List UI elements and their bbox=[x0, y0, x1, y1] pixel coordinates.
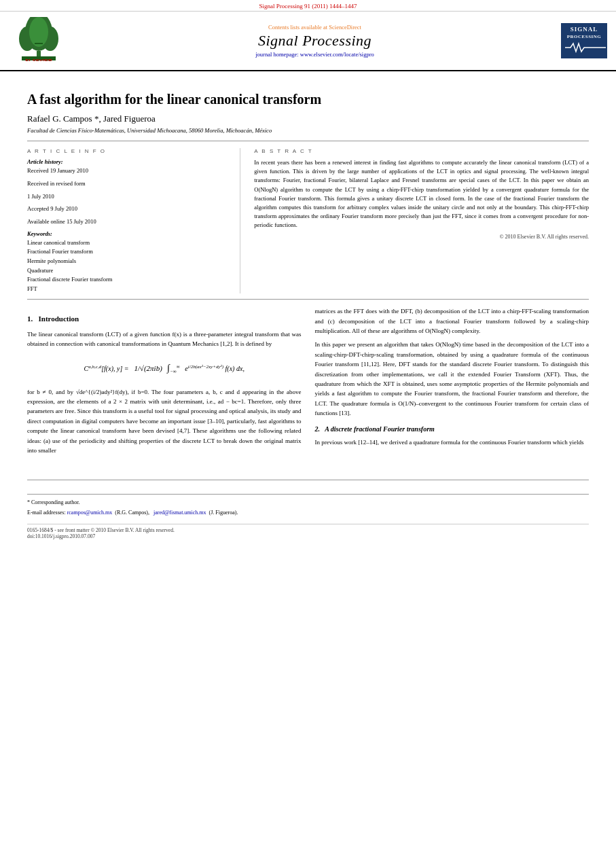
accepted-date: Accepted 9 July 2010 bbox=[27, 204, 230, 213]
email2-name: (J. Figueroa). bbox=[209, 509, 238, 516]
footer-notes: * Corresponding author. E-mail addresses… bbox=[27, 494, 589, 517]
copyright-notice: © 2010 Elsevier B.V. All rights reserved… bbox=[254, 234, 589, 240]
homepage-url[interactable]: www.elsevier.com/locate/sigpro bbox=[300, 51, 374, 58]
section1-number: 1. bbox=[27, 315, 33, 323]
main-content: A fast algorithm for the linear canonica… bbox=[0, 71, 616, 553]
journal-citation-text: Signal Processing 91 (2011) 1444–1447 bbox=[259, 3, 357, 10]
svg-point-4 bbox=[29, 17, 48, 47]
section1-heading: Introduction bbox=[39, 315, 79, 323]
email2[interactable]: jared@fismat.umich.mx bbox=[153, 509, 206, 516]
rule-1 bbox=[27, 141, 589, 141]
available-date: Available online 15 July 2010 bbox=[27, 217, 230, 226]
email1-name: (R.G. Campos), bbox=[115, 509, 149, 516]
svg-rect-5 bbox=[35, 43, 43, 44]
affiliation: Facultad de Ciencias Físico-Matemáticas,… bbox=[27, 127, 589, 134]
section1-col2-para1: matrices as the FFT does with the DFT, (… bbox=[315, 306, 590, 336]
homepage-label: journal homepage: bbox=[255, 51, 300, 58]
keywords-label: Keywords: bbox=[27, 230, 230, 237]
received-date: Received 19 January 2010 bbox=[27, 166, 230, 175]
logo-line2: PROCESSING bbox=[565, 34, 603, 40]
signal-logo-box: SIGNAL PROCESSING bbox=[561, 23, 607, 58]
keyword-6: FFT bbox=[27, 285, 230, 294]
revised-label: Received in revised form bbox=[27, 179, 230, 188]
section2-para1: In previous work [12–14], we derived a q… bbox=[315, 437, 590, 447]
paper-title: A fast algorithm for the linear canonica… bbox=[27, 90, 589, 108]
abstract-column: A B S T R A C T In recent years there ha… bbox=[254, 148, 589, 293]
article-meta-section: A R T I C L E I N F O Article history: R… bbox=[27, 148, 589, 293]
footer-rule bbox=[27, 480, 589, 480]
contents-label: Contents lists available at bbox=[268, 24, 329, 31]
footer-license: 0165-1684/$ - see front matter © 2010 El… bbox=[27, 527, 589, 533]
sciencedirect-line: Contents lists available at ScienceDirec… bbox=[76, 24, 554, 31]
svg-text:ELSEVIER: ELSEVIER bbox=[25, 58, 52, 61]
body-section: 1. Introduction The linear canonical tra… bbox=[27, 306, 589, 459]
email-label: E-mail addresses: bbox=[27, 509, 67, 516]
footer-doi: doi:10.1016/j.sigpro.2010.07.007 bbox=[27, 533, 589, 539]
section1-title: 1. Introduction bbox=[27, 313, 302, 325]
signal-processing-logo: SIGNAL PROCESSING bbox=[560, 23, 608, 58]
formula-display: Ca,b,c,d[f(x), y] = 1/√(2πib) ∫−∞∞ ei/2b… bbox=[84, 359, 244, 378]
email-note: E-mail addresses: rcampos@umich.mx (R.G.… bbox=[27, 509, 589, 517]
keywords-list: Linear canonical transform Fractional Fo… bbox=[27, 238, 230, 294]
journal-header: ELSEVIER Contents lists available at Sci… bbox=[0, 12, 616, 71]
article-info-column: A R T I C L E I N F O Article history: R… bbox=[27, 148, 240, 293]
section2-heading: A discrete fractional Fourier transform bbox=[325, 425, 435, 433]
lct-formula: Ca,b,c,d[f(x), y] = 1/√(2πib) ∫−∞∞ ei/2b… bbox=[27, 355, 302, 382]
logo-line1: SIGNAL bbox=[565, 26, 603, 34]
journal-citation: Signal Processing 91 (2011) 1444–1447 bbox=[0, 0, 616, 12]
section1-para1: The linear canonical transform (LCT) of … bbox=[27, 329, 302, 349]
abstract-text: In recent years there has been a renewed… bbox=[254, 158, 589, 230]
section1-col2-para2: In this paper we present an algorithm th… bbox=[315, 340, 590, 418]
journal-homepage: journal homepage: www.elsevier.com/locat… bbox=[76, 51, 554, 58]
footer-bottom: 0165-1684/$ - see front matter © 2010 El… bbox=[27, 524, 589, 539]
keyword-4: Quadrature bbox=[27, 266, 230, 276]
article-info-heading: A R T I C L E I N F O bbox=[27, 148, 230, 154]
keyword-3: Hermite polynomials bbox=[27, 257, 230, 266]
keyword-2: Fractional Fourier transform bbox=[27, 247, 230, 257]
body-col-left: 1. Introduction The linear canonical tra… bbox=[27, 306, 302, 459]
journal-title: Signal Processing bbox=[76, 32, 554, 50]
body-col-right: matrices as the FFT does with the DFT, (… bbox=[315, 306, 590, 459]
section2-number: 2. bbox=[315, 425, 321, 433]
sciencedirect-link-text[interactable]: ScienceDirect bbox=[329, 24, 361, 31]
author-names: Rafael G. Campos *, Jared Figueroa bbox=[27, 113, 156, 124]
section1-para2: for b ≠ 0, and by √de^{(i/2)ady²}f(dy), … bbox=[27, 387, 302, 456]
elsevier-logo: ELSEVIER bbox=[8, 17, 69, 65]
journal-center-block: Contents lists available at ScienceDirec… bbox=[76, 24, 554, 58]
revised-date: 1 July 2010 bbox=[27, 192, 230, 201]
corresponding-author-note: * Corresponding author. bbox=[27, 499, 589, 507]
authors: Rafael G. Campos *, Jared Figueroa bbox=[27, 113, 589, 124]
history-label: Article history: bbox=[27, 158, 230, 165]
keyword-5: Fractional discrete Fourier transform bbox=[27, 275, 230, 285]
abstract-heading: A B S T R A C T bbox=[254, 148, 589, 154]
rule-2 bbox=[27, 299, 589, 300]
keyword-1: Linear canonical transform bbox=[27, 238, 230, 248]
email1[interactable]: rcampos@umich.mx bbox=[67, 509, 113, 516]
section2-title: 2. A discrete fractional Fourier transfo… bbox=[315, 424, 590, 435]
